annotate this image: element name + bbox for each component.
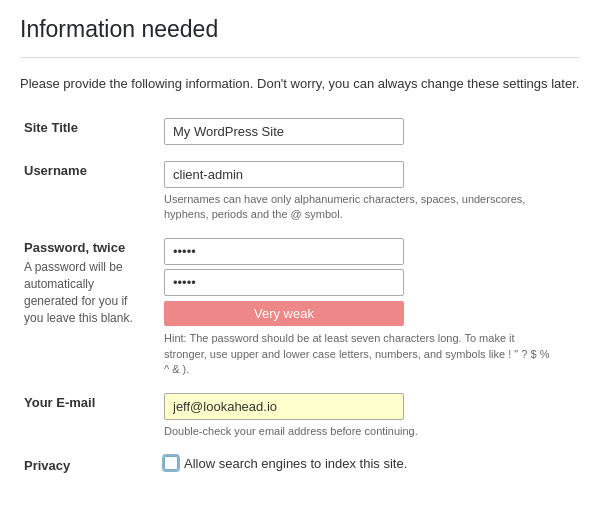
password-inputs — [164, 238, 576, 296]
password-strength-indicator: Very weak — [164, 301, 404, 326]
email-cell: Double-check your email address before c… — [160, 387, 580, 449]
privacy-checkbox[interactable] — [164, 456, 178, 470]
email-label: Your E-mail — [20, 387, 160, 449]
username-label: Username — [20, 155, 160, 233]
email-input[interactable] — [164, 393, 404, 420]
password-row: Password, twice A password will be autom… — [20, 232, 580, 387]
site-title-input[interactable] — [164, 118, 404, 145]
email-row: Your E-mail Double-check your email addr… — [20, 387, 580, 449]
privacy-cell: Allow search engines to index this site. — [160, 450, 580, 483]
password-hint: Hint: The password should be at least se… — [164, 331, 554, 377]
username-row: Username Usernames can have only alphanu… — [20, 155, 580, 233]
password-cell: Very weak Hint: The password should be a… — [160, 232, 580, 387]
description-text: Please provide the following information… — [20, 74, 580, 94]
privacy-label: Privacy — [20, 450, 160, 483]
privacy-checkbox-label[interactable]: Allow search engines to index this site. — [164, 456, 576, 471]
page-title: Information needed — [20, 16, 580, 58]
password-confirm-input[interactable] — [164, 269, 404, 296]
site-title-row: Site Title — [20, 112, 580, 155]
username-hint: Usernames can have only alphanumeric cha… — [164, 192, 554, 223]
username-cell: Usernames can have only alphanumeric cha… — [160, 155, 580, 233]
password-label-cell: Password, twice A password will be autom… — [20, 232, 160, 387]
password-label: Password, twice — [24, 240, 125, 255]
site-title-label: Site Title — [20, 112, 160, 155]
privacy-row: Privacy Allow search engines to index th… — [20, 450, 580, 483]
username-input[interactable] — [164, 161, 404, 188]
password-sublabel: A password will be automatically generat… — [24, 259, 144, 326]
email-hint: Double-check your email address before c… — [164, 424, 554, 439]
site-title-cell — [160, 112, 580, 155]
privacy-checkbox-text: Allow search engines to index this site. — [184, 456, 407, 471]
password-input[interactable] — [164, 238, 404, 265]
form-table: Site Title Username Usernames can have o… — [20, 112, 580, 483]
